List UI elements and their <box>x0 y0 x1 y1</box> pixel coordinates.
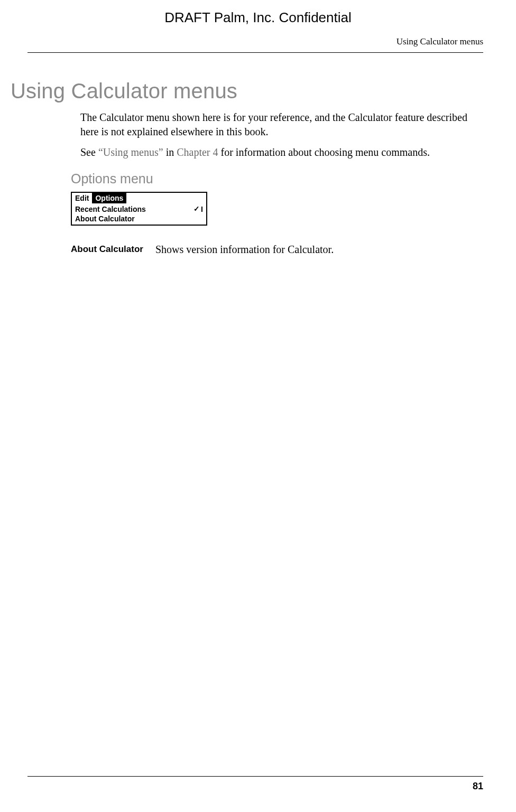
menu-item-recent-label: Recent Calculations <box>75 204 146 214</box>
about-calculator-description: Shows version information for Calculator… <box>155 242 334 257</box>
menu-shortcut-recent: ✓I <box>194 204 203 214</box>
options-menu-heading: Options menu <box>71 171 483 186</box>
running-header: Using Calculator menus <box>0 36 516 52</box>
command-stroke-icon: ✓ <box>194 204 200 214</box>
page-number: 81 <box>27 781 483 792</box>
menu-tab-options: Options <box>92 193 126 203</box>
draft-confidential-header: DRAFT Palm, Inc. Confidential <box>0 0 516 36</box>
footer-divider <box>27 776 483 777</box>
section-title: Using Calculator menus <box>11 79 483 103</box>
using-menus-link[interactable]: “Using menus” <box>98 146 163 158</box>
palm-options-menu-screenshot: Edit Options Recent Calculations ✓I Abou… <box>71 192 483 226</box>
menu-item-recent-calculations: Recent Calculations ✓I <box>75 204 203 214</box>
chapter-4-link[interactable]: Chapter 4 <box>177 146 218 158</box>
intro-paragraph-1: The Calculator menu shown here is for yo… <box>80 110 483 139</box>
menu-tab-edit: Edit <box>72 193 92 203</box>
menu-item-about-label: About Calculator <box>75 214 135 223</box>
menu-item-about-calculator: About Calculator <box>75 214 203 223</box>
para2-prefix: See <box>80 146 98 158</box>
shortcut-key: I <box>201 204 203 214</box>
intro-paragraph-2: See “Using menus” in Chapter 4 for infor… <box>80 145 483 160</box>
main-content: Using Calculator menus The Calculator me… <box>0 53 516 257</box>
about-calculator-label: About Calculator <box>71 242 155 257</box>
para2-mid: in <box>163 146 177 158</box>
para2-suffix: for information about choosing menu comm… <box>218 146 430 158</box>
definition-row: About Calculator Shows version informati… <box>80 242 483 257</box>
page-footer: 81 <box>27 776 483 792</box>
